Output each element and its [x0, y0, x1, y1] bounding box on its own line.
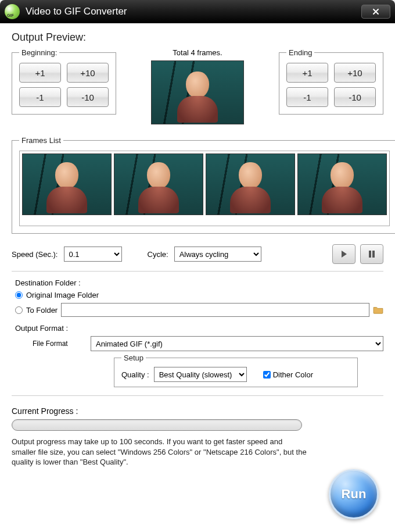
frame-thumb[interactable]: [114, 153, 203, 215]
beginning-minus1-button[interactable]: -1: [19, 87, 61, 107]
dest-original-radio[interactable]: [15, 291, 23, 299]
speed-label: Speed (Sec.):: [12, 250, 58, 259]
frames-list-legend: Frames List: [19, 136, 63, 145]
beginning-plus10-button[interactable]: +10: [67, 63, 109, 83]
svg-rect-1: [372, 251, 375, 258]
dest-tofolder-radio[interactable]: [15, 306, 23, 314]
ending-minus1-button[interactable]: -1: [286, 87, 328, 107]
dest-folder-input[interactable]: [61, 303, 369, 317]
close-icon: [372, 8, 380, 16]
frame-thumb[interactable]: [297, 153, 387, 215]
dither-checkbox[interactable]: [263, 371, 271, 379]
preview-thumbnail: [151, 60, 244, 124]
browse-folder-icon[interactable]: [373, 306, 383, 314]
cycle-select[interactable]: Always cycling: [174, 247, 261, 262]
close-button[interactable]: [361, 5, 390, 19]
output-preview-heading: Output Preview:: [12, 31, 383, 44]
file-format-label: File Format: [33, 340, 85, 348]
total-frames-label: Total 4 frames.: [124, 48, 271, 57]
progress-label: Current Progress :: [12, 406, 383, 416]
center-preview: Total 4 frames.: [124, 48, 271, 124]
run-button[interactable]: Run: [329, 469, 379, 519]
play-icon: [340, 250, 348, 258]
ending-plus1-button[interactable]: +1: [286, 63, 328, 83]
dest-original-label: Original Image Folder: [26, 291, 99, 299]
pause-icon: [368, 250, 376, 258]
output-format-heading: Output Format :: [15, 324, 383, 333]
ending-legend: Ending: [286, 48, 314, 57]
frame-thumb[interactable]: [206, 153, 295, 215]
titlebar: Video to GIF Converter: [0, 0, 395, 23]
dest-tofolder-label: To Folder: [26, 306, 58, 315]
file-format-select[interactable]: Animated GIF (*.gif): [91, 336, 383, 351]
ending-minus10-button[interactable]: -10: [334, 87, 376, 107]
beginning-legend: Beginning:: [19, 48, 59, 57]
cycle-label: Cycle:: [148, 250, 168, 259]
app-icon: [5, 4, 20, 19]
quality-label: Quality :: [121, 370, 149, 379]
frame-thumb[interactable]: [22, 153, 112, 215]
ending-group: Ending +1 +10 -1 -10: [279, 48, 383, 115]
setup-group: Setup Quality : Best Quality (slowest) D…: [114, 354, 358, 387]
destination-heading: Destination Folder :: [15, 279, 383, 287]
divider: [12, 271, 383, 272]
beginning-plus1-button[interactable]: +1: [19, 63, 61, 83]
beginning-group: Beginning: +1 +10 -1 -10: [12, 48, 116, 115]
frames-strip[interactable]: [19, 151, 390, 226]
progress-bar: [12, 419, 302, 431]
svg-rect-0: [369, 251, 371, 258]
pause-button[interactable]: [360, 244, 383, 264]
ending-plus10-button[interactable]: +10: [334, 63, 376, 83]
dither-label: Dither Color: [273, 370, 313, 379]
divider: [12, 395, 383, 396]
setup-legend: Setup: [121, 354, 146, 362]
beginning-minus10-button[interactable]: -10: [67, 87, 109, 107]
progress-hint: Output progress may take up to 100 secon…: [12, 437, 308, 467]
speed-select[interactable]: 0.1: [64, 247, 122, 262]
play-button[interactable]: [332, 244, 356, 264]
frames-list-group: Frames List: [12, 136, 395, 234]
quality-select[interactable]: Best Quality (slowest): [154, 367, 247, 382]
window-title: Video to GIF Converter: [26, 6, 127, 17]
